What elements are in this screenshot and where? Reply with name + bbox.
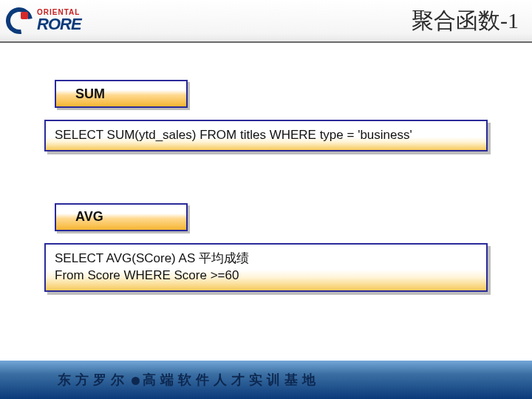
bullet-icon [132, 377, 140, 385]
main-content: SUM SELECT SUM(ytd_sales) FROM titles WH… [0, 43, 532, 292]
page-title: 聚合函数-1 [412, 6, 519, 36]
label-sum: SUM [55, 80, 188, 108]
logo-text: ORIENTAL RORE [37, 9, 81, 33]
logo-mark-icon [6, 7, 33, 34]
logo-title: RORE [37, 16, 81, 33]
footer-text: 东方罗尔高端软件人才实训基地 [58, 371, 320, 389]
section-avg: AVG SELECT AVG(SCore) AS 平均成绩 From Score… [44, 203, 488, 292]
label-avg: AVG [55, 203, 188, 231]
logo: ORIENTAL RORE [6, 7, 81, 34]
section-sum: SUM SELECT SUM(ytd_sales) FROM titles WH… [44, 80, 488, 151]
slide-header: ORIENTAL RORE 聚合函数-1 [0, 0, 532, 43]
code-sum: SELECT SUM(ytd_sales) FROM titles WHERE … [44, 120, 488, 151]
footer-left: 东方罗尔 [58, 372, 129, 387]
code-avg: SELECT AVG(SCore) AS 平均成绩 From Score WHE… [44, 243, 488, 292]
slide-footer: 东方罗尔高端软件人才实训基地 [0, 361, 532, 399]
footer-right: 高端软件人才实训基地 [143, 372, 320, 387]
